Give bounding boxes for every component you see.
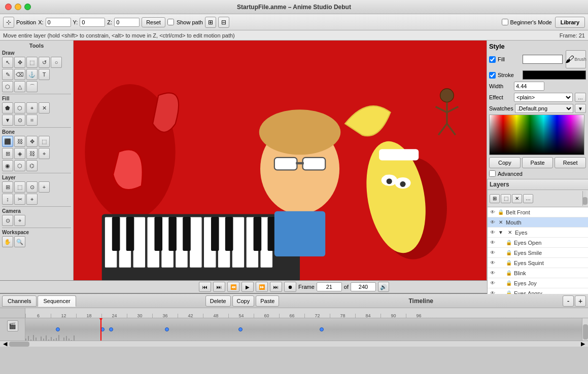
paste-timeline-button[interactable]: Paste [256, 295, 279, 307]
bone-tool-11[interactable]: ⌬ [26, 160, 38, 171]
copy-button[interactable]: Copy [489, 157, 521, 168]
bone-tool-9[interactable]: ◉ [2, 160, 13, 171]
draw-tool-1[interactable]: ↖ [2, 57, 13, 68]
transport-prev-key[interactable]: ⏭ [213, 282, 225, 292]
scroll-right-btn[interactable]: ▶ [579, 341, 587, 347]
fill-tool-5[interactable]: ▼ [2, 115, 13, 126]
position-icon-btn[interactable]: ⊹ [3, 17, 14, 28]
transport-step-fwd[interactable]: ⏩ [256, 282, 268, 292]
workspace-tool-2[interactable]: 🔍 [14, 236, 25, 247]
layer-tool-4[interactable]: + [39, 181, 50, 193]
eye-icon-belt-front[interactable]: 👁 [489, 208, 497, 216]
library-button[interactable]: Library [555, 17, 585, 28]
fill-tool-3[interactable]: ⌖ [26, 102, 38, 114]
layer-menu-btn[interactable]: … [523, 194, 533, 203]
layer-group-btn[interactable]: ⬚ [501, 194, 511, 203]
layer-new-btn[interactable]: ⊞ [490, 194, 500, 203]
zoom-out-button[interactable]: - [563, 295, 574, 307]
bone-tool-10[interactable]: ⬡ [14, 160, 25, 171]
total-frames-input[interactable] [351, 282, 376, 291]
fill-tool-7[interactable]: ⌗ [26, 115, 38, 126]
swatches-select[interactable]: .Default.png [515, 104, 573, 113]
nav-icon-2[interactable]: ⊟ [218, 17, 229, 28]
eye-icon-eyes-open[interactable]: 👁 [489, 239, 497, 247]
bone-tool-5[interactable]: ⊞ [2, 148, 13, 159]
nav-icon-1[interactable]: ⊞ [205, 17, 216, 28]
z-input[interactable] [114, 18, 140, 27]
layer-item-eyes-open[interactable]: 👁 🔒 Eyes Open [488, 238, 588, 248]
camera-tool-2[interactable]: ⌖ [14, 215, 25, 226]
draw-tool-3[interactable]: ⬚ [26, 57, 38, 68]
fill-tool-6[interactable]: ⊙ [14, 115, 25, 126]
draw-tool-6[interactable]: ✎ [2, 69, 13, 80]
paste-button[interactable]: Paste [522, 157, 554, 168]
maximize-button[interactable] [24, 4, 31, 10]
eye-icon-eyes-joy[interactable]: 👁 [489, 279, 497, 287]
timeline-mini-btn[interactable]: 🎬 [7, 320, 18, 331]
layer-tool-7[interactable]: ⌖ [26, 194, 38, 205]
fill-tool-1[interactable]: ⬟ [2, 102, 13, 114]
eye-icon-eyes[interactable]: 👁 [489, 229, 497, 237]
layer-item-eyes-joy[interactable]: 👁 🔒 Eyes Joy [488, 278, 588, 288]
close-button[interactable] [5, 4, 12, 10]
zoom-in-button[interactable]: + [575, 295, 586, 307]
layer-item-mouth[interactable]: 👁 ✕ Mouth [488, 217, 588, 228]
advanced-checkbox[interactable] [489, 170, 496, 177]
draw-tool-4[interactable]: ↺ [39, 57, 50, 68]
reset-button[interactable]: Reset [142, 17, 165, 27]
layer-item-eyes[interactable]: 👁 ▼ ✕ Eyes [488, 228, 588, 238]
timeline-scrollbar-v[interactable] [582, 318, 588, 341]
bone-tool-1[interactable]: ⬛ [2, 136, 13, 147]
layer-item-eyes-squint[interactable]: 👁 🔒 Eyes Squint [488, 258, 588, 268]
bone-tool-8[interactable]: ⌖ [39, 148, 50, 159]
layer-item-blink[interactable]: 👁 🔒 Blink [488, 268, 588, 278]
transport-record[interactable]: ⏺ [284, 282, 296, 292]
bone-tool-6[interactable]: ◈ [14, 148, 25, 159]
fill-tool-4[interactable]: ✕ [39, 102, 50, 114]
window-controls[interactable] [5, 4, 31, 10]
layer-tool-2[interactable]: ⬚ [14, 181, 25, 193]
y-input[interactable] [80, 18, 105, 27]
minimize-button[interactable] [15, 4, 21, 10]
bone-tool-4[interactable]: ⬚ [39, 136, 50, 147]
scroll-left-btn[interactable]: ◀ [1, 341, 9, 347]
volume-button[interactable]: 🔊 [378, 282, 389, 292]
layer-tool-1[interactable]: ⊞ [2, 181, 13, 193]
frame-input[interactable] [317, 282, 342, 291]
transport-next-key[interactable]: ⏭ [270, 282, 282, 292]
copy-timeline-button[interactable]: Copy [232, 295, 255, 307]
transport-to-start[interactable]: ⏮ [199, 282, 211, 292]
brush-button[interactable]: 🖌 Brush [566, 50, 586, 68]
swatches-more-button[interactable]: ▼ [575, 104, 586, 113]
layer-item-belt-front[interactable]: 👁 🔒 Belt Front [488, 207, 588, 217]
eye-icon-blink[interactable]: 👁 [489, 269, 497, 277]
transport-step-back[interactable]: ⏪ [227, 282, 239, 292]
transport-play[interactable]: ▶ [241, 282, 254, 292]
timeline-scrollbar-h[interactable]: ◀ ▶ [0, 341, 588, 347]
reset-style-button[interactable]: Reset [555, 157, 586, 168]
color-picker[interactable] [489, 115, 584, 155]
layer-tool-3[interactable]: ⊙ [26, 181, 38, 193]
eye-icon-eyes-squint[interactable]: 👁 [489, 259, 497, 267]
draw-tool-10[interactable]: ⬡ [2, 81, 13, 92]
fill-color-preview[interactable] [523, 55, 563, 64]
camera-tool-1[interactable]: ⊙ [2, 215, 13, 226]
tab-channels[interactable]: Channels [2, 295, 37, 307]
draw-tool-2[interactable]: ✥ [14, 57, 25, 68]
draw-tool-11[interactable]: △ [14, 81, 25, 92]
layer-expand-eyes[interactable]: ▼ [497, 229, 505, 237]
effect-more-button[interactable]: … [575, 93, 586, 102]
layer-item-eyes-smile[interactable]: 👁 🔒 Eyes Smile [488, 248, 588, 258]
fill-tool-2[interactable]: ⬡ [14, 102, 25, 114]
draw-tool-7[interactable]: ⌫ [14, 69, 25, 80]
stroke-checkbox[interactable] [489, 72, 496, 79]
draw-tool-5[interactable]: ○ [51, 57, 62, 68]
layers-scrollbar-v[interactable] [582, 191, 586, 206]
draw-tool-12[interactable]: ⌒ [26, 81, 38, 92]
draw-tool-9[interactable]: T [39, 69, 50, 80]
playhead[interactable] [100, 318, 101, 341]
layer-tool-5[interactable]: ↕ [2, 194, 13, 205]
beginner-mode-checkbox[interactable] [502, 19, 508, 25]
fill-checkbox[interactable] [489, 56, 496, 63]
draw-tool-8[interactable]: ⚓ [26, 69, 38, 80]
